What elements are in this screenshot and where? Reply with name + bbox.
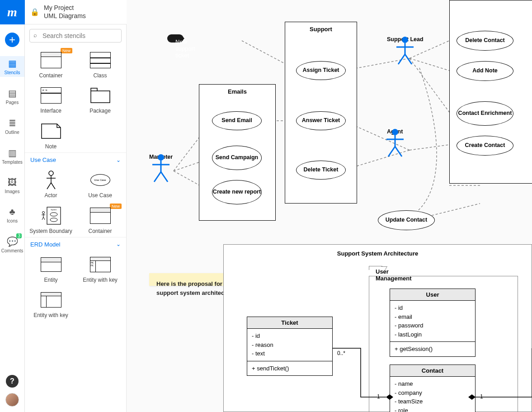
actor-marketer[interactable]: Marketer — [149, 153, 173, 160]
class-contact[interactable]: Contact - name - company - teamSize - ro… — [390, 365, 476, 412]
section-label: Use Case — [30, 156, 56, 163]
rail-outline[interactable]: ≣ Outline — [0, 116, 24, 137]
svg-point-33 — [402, 37, 408, 43]
new-badge: New — [110, 204, 122, 209]
class-user[interactable]: User - id - email - password - lastLogin… — [390, 289, 476, 357]
left-rail: m + ▦ Stencils ▤ Pages ≣ Outline ▥ Templ… — [0, 0, 25, 412]
app-logo[interactable]: m — [0, 0, 25, 24]
rail-templates[interactable]: ▥ Templates — [0, 146, 24, 166]
project-subtitle: UML Diagrams — [44, 12, 86, 20]
actor-agent[interactable]: Agent — [387, 128, 403, 135]
rail-label: Comments — [1, 248, 23, 253]
rail-comments[interactable]: 3 💬 Comments — [0, 234, 24, 255]
outline-icon: ≣ — [9, 118, 16, 128]
svg-point-9 — [42, 211, 44, 213]
new-badge: New — [61, 48, 72, 53]
stencil-container-2[interactable]: New Container — [76, 203, 124, 237]
stencil-entity[interactable]: Entity — [27, 251, 75, 286]
usecase-contact-enrichment[interactable]: Contact Enrichment — [457, 101, 513, 126]
rail-label: Stencils — [4, 70, 20, 75]
svg-point-28 — [158, 154, 164, 161]
images-icon: 🖼 — [8, 177, 17, 188]
rail-images[interactable]: 🖼 Images — [0, 175, 24, 196]
chevron-down-icon: ⌄ — [116, 157, 121, 163]
stencil-note[interactable]: Note — [27, 118, 75, 152]
usecase-create-report[interactable]: Create new report — [212, 180, 262, 204]
search-icon: ⌕ — [33, 32, 37, 38]
class-ops: + sendTicket() — [247, 361, 332, 376]
rail-label: Icons — [7, 218, 18, 223]
stencil-usecase[interactable]: Use Case Use Case — [76, 167, 124, 201]
rail-icons[interactable]: ♣ Icons — [0, 205, 24, 225]
stencil-interface[interactable]: Interface — [27, 82, 75, 117]
stencil-label: Entity — [44, 277, 57, 283]
usecase-update-contact[interactable]: Update Contact — [378, 210, 435, 230]
rail-stencils[interactable]: ▦ Stencils — [0, 56, 24, 77]
class-name: User — [390, 289, 475, 301]
usecase-add-note[interactable]: Add Note — [457, 61, 513, 81]
canvas[interactable]: New support ticket Emails Send Email Sen… — [127, 0, 532, 412]
comments-badge: 3 — [16, 233, 22, 238]
multiplicity: 1 — [480, 393, 483, 400]
stencil-system-boundary[interactable]: System System Boundary — [27, 203, 75, 237]
stencil-label: System Boundary — [29, 228, 72, 234]
stencil-label: Container — [88, 228, 112, 234]
usecase-send-email[interactable]: Send Email — [212, 111, 262, 130]
stencil-label: Actor — [44, 192, 57, 199]
section-usecase[interactable]: Use Case ⌄ — [25, 152, 126, 167]
class-name: Ticket — [247, 317, 332, 329]
project-name: My Project — [44, 4, 86, 12]
rail-label: Templates — [2, 160, 23, 165]
svg-line-42 — [395, 147, 402, 156]
search-input[interactable] — [29, 29, 122, 43]
usecase-answer-ticket[interactable]: Answer Ticket — [296, 111, 346, 130]
usecase-delete-contact[interactable]: Delete Contact — [457, 31, 513, 51]
actor-support-lead[interactable]: Support Lead — [387, 35, 424, 43]
frame-title: Support System Architecture — [224, 250, 532, 257]
section-label: ERD Model — [30, 241, 60, 248]
add-button[interactable]: + — [5, 33, 19, 47]
stencil-container[interactable]: New Container — [27, 47, 75, 81]
help-button[interactable]: ? — [6, 375, 19, 388]
rail-label: Outline — [5, 130, 19, 135]
stencil-entity-key[interactable]: PKFK Entity with key — [76, 251, 124, 286]
class-ticket[interactable]: Ticket - id - reason - text + sendTicket… — [247, 317, 333, 376]
rail-label: Images — [5, 189, 20, 194]
stencil-panel: ⌕ New Container Class Interface Package … — [25, 24, 127, 412]
stencil-class[interactable]: Class — [76, 47, 124, 81]
usecase-create-contact[interactable]: Create Contact — [457, 136, 513, 156]
stencil-label: Entity with key — [33, 312, 68, 318]
stencil-actor[interactable]: Actor — [27, 167, 75, 201]
svg-line-41 — [388, 147, 395, 156]
svg-line-32 — [161, 172, 168, 182]
usecase-delete-ticket[interactable]: Delete Ticket — [296, 161, 346, 180]
pages-icon: ▤ — [8, 88, 17, 99]
stencil-label: Use Case — [88, 192, 112, 199]
usecase-assign-ticket[interactable]: Assign Ticket — [296, 61, 346, 80]
project-title[interactable]: My Project UML Diagrams — [44, 4, 86, 20]
multiplicity: 0..* — [337, 350, 345, 356]
stencil-package[interactable]: Package — [76, 82, 124, 117]
stencil-label: Container — [39, 72, 62, 79]
tooltip-text: New support ticket — [175, 38, 195, 59]
class-name: Contact — [390, 365, 475, 377]
stencil-label: Entity with key — [83, 277, 118, 283]
class-attrs: - name - company - teamSize - role — [390, 377, 475, 412]
svg-line-22 — [410, 58, 449, 112]
section-erd[interactable]: ERD Model ⌄ — [25, 237, 126, 251]
svg-line-31 — [154, 172, 161, 182]
svg-text:System: System — [51, 208, 57, 211]
svg-line-4 — [51, 183, 55, 189]
svg-point-38 — [392, 129, 398, 135]
rail-pages[interactable]: ▤ Pages — [0, 86, 24, 107]
system-contacts[interactable] — [449, 0, 532, 184]
user-avatar[interactable] — [5, 393, 19, 407]
stencil-label: Interface — [40, 108, 61, 114]
usecase-send-campaign[interactable]: Send Campaign — [212, 146, 262, 170]
stencils-icon: ▦ — [8, 58, 17, 69]
stencil-entity-key-2[interactable]: Entity with key — [27, 287, 75, 321]
icons-icon: ♣ — [9, 207, 15, 217]
svg-point-0 — [49, 171, 53, 175]
frame-tab: User Management — [369, 266, 382, 270]
stencil-label: Class — [93, 72, 107, 79]
